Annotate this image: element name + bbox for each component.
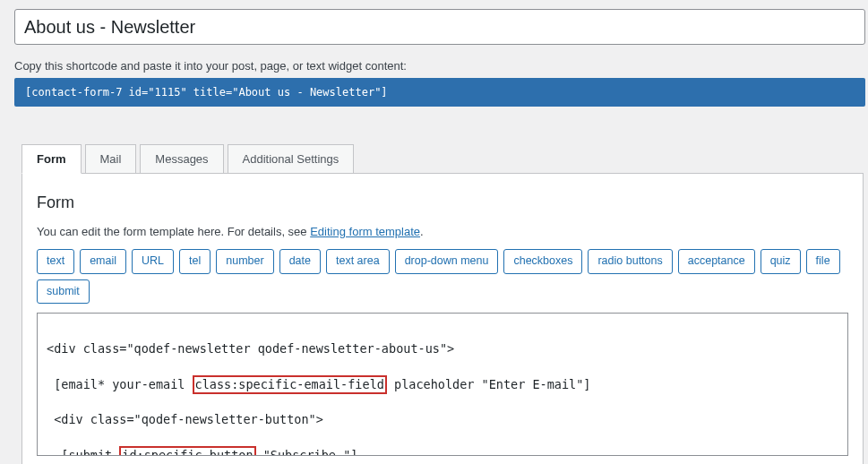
shortcode-field[interactable]: [contact-form-7 id="1115" title="About u… <box>14 78 865 107</box>
code-line: <div class="qodef-newsletter-button"> <box>47 411 838 429</box>
admin-page: About us - Newsletter Copy this shortcod… <box>0 0 868 464</box>
title-input[interactable]: About us - Newsletter <box>14 9 865 45</box>
tabs-container: Form Mail Messages Additional Settings F… <box>21 144 868 464</box>
highlight-id-specific-button: id:specific-button <box>119 446 255 456</box>
tag-generator-row: text email URL tel number date text area… <box>37 249 848 304</box>
form-description: You can edit the form template here. For… <box>37 225 848 238</box>
tab-mail[interactable]: Mail <box>85 144 137 173</box>
tag-submit-button[interactable]: submit <box>37 279 90 305</box>
tag-quiz-button[interactable]: quiz <box>761 249 801 274</box>
tag-dropdown-button[interactable]: drop-down menu <box>395 249 499 274</box>
title-text: About us - Newsletter <box>24 17 195 38</box>
code-seg: [email* your-email <box>47 377 193 391</box>
tag-acceptance-button[interactable]: acceptance <box>678 249 755 274</box>
tag-email-button[interactable]: email <box>80 249 126 274</box>
tag-date-button[interactable]: date <box>279 249 321 274</box>
tab-row: Form Mail Messages Additional Settings <box>21 144 868 173</box>
form-desc-suffix: . <box>420 225 424 238</box>
shortcode-text: [contact-form-7 id="1115" title="About u… <box>25 86 388 99</box>
tab-form[interactable]: Form <box>21 144 82 174</box>
tag-number-button[interactable]: number <box>216 249 273 274</box>
tab-additional-settings[interactable]: Additional Settings <box>228 144 355 173</box>
form-template-textarea[interactable]: <div class="qodef-newsletter qodef-newsl… <box>37 313 848 456</box>
code-line: <div class="qodef-newsletter qodef-newsl… <box>47 340 838 358</box>
tab-messages[interactable]: Messages <box>140 144 223 173</box>
tag-text-button[interactable]: text <box>37 249 74 274</box>
tag-textarea-button[interactable]: text area <box>326 249 390 274</box>
code-seg: [submit <box>47 448 119 456</box>
shortcode-instructions: Copy this shortcode and paste it into yo… <box>14 59 868 73</box>
form-panel: Form You can edit the form template here… <box>21 173 864 464</box>
code-seg: placeholder "Enter E-mail"] <box>387 377 591 391</box>
tag-tel-button[interactable]: tel <box>179 249 211 274</box>
code-seg: "Subscribe."] <box>256 448 358 456</box>
tag-checkboxes-button[interactable]: checkboxes <box>503 249 582 274</box>
code-line: [submit id:specific-button "Subscribe."] <box>47 446 838 456</box>
highlight-class-specific-email-field: class:specific-email-field <box>193 375 387 394</box>
tag-url-button[interactable]: URL <box>132 249 174 274</box>
tag-radio-button[interactable]: radio buttons <box>588 249 672 274</box>
tag-file-button[interactable]: file <box>806 249 840 274</box>
code-line: [email* your-email class:specific-email-… <box>47 375 838 394</box>
form-desc-prefix: You can edit the form template here. For… <box>37 225 310 238</box>
form-heading: Form <box>37 193 848 212</box>
editing-form-template-link[interactable]: Editing form template <box>310 225 420 238</box>
